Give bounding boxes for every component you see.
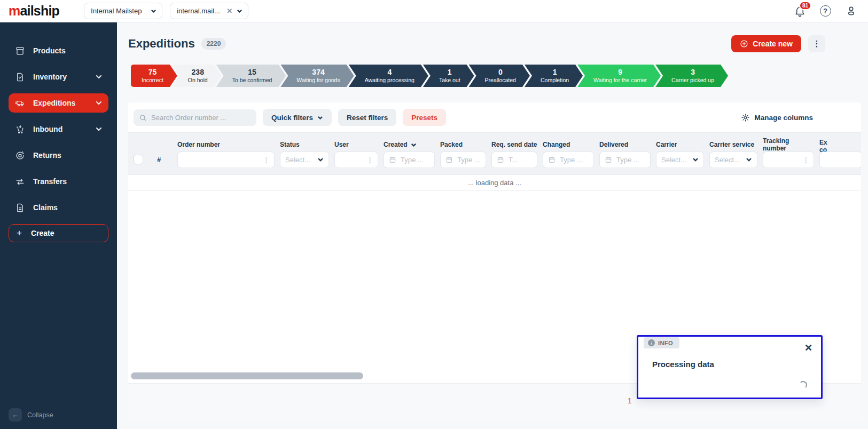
logo-prefix: m <box>9 3 20 18</box>
date-placeholder: Type ... <box>560 156 583 164</box>
pipeline-step-label: Carrier picked up <box>671 77 714 84</box>
order-number-filter-input[interactable] <box>182 156 261 164</box>
user-filter-input[interactable] <box>339 156 364 164</box>
column-label: Delivered <box>599 141 628 148</box>
pipeline-step-label: Completion <box>541 77 569 84</box>
column-select <box>134 138 152 174</box>
pipeline-step-count: 4 <box>387 68 392 77</box>
chevron-down-icon <box>317 115 323 121</box>
sidebar-item-label: Products <box>33 46 66 55</box>
sidebar-create-button[interactable]: + Create <box>9 224 108 242</box>
kebab-icon[interactable]: ⋮ <box>263 156 270 164</box>
presets-button[interactable]: Presets <box>403 109 446 126</box>
sidebar-item-products[interactable]: Products <box>9 41 108 60</box>
carrier-filter-select[interactable]: Select... <box>656 152 704 168</box>
req-send-date-filter-date[interactable]: T... <box>491 152 537 168</box>
sidebar-item-inventory[interactable]: Inventory <box>9 67 108 86</box>
pipeline-step-count: 15 <box>248 68 256 77</box>
collapse-label: Collapse <box>27 411 53 419</box>
delivered-filter-date[interactable]: Type ... <box>599 152 651 168</box>
status-pipeline: 75 Incorrect 238 On hold 15 To be confir… <box>131 65 728 87</box>
close-icon[interactable]: ✕ <box>804 342 812 354</box>
sidebar-item-expeditions[interactable]: Expeditions <box>9 93 108 113</box>
calendar-icon <box>445 156 453 163</box>
column-changed: Changed Type ... <box>543 138 594 174</box>
create-new-button[interactable]: Create new <box>731 35 801 52</box>
page-actions-menu-button[interactable]: ⋮ <box>808 35 825 52</box>
sidebar-item-returns[interactable]: Returns <box>9 146 108 165</box>
status-filter-select[interactable]: Select... <box>280 152 329 168</box>
pipeline-step-label: Preallocated <box>485 77 516 84</box>
ex-co-filter-input[interactable] <box>824 156 857 164</box>
pipeline-step[interactable]: 15 To be confirmed <box>216 65 286 87</box>
chevron-down-icon <box>317 156 324 163</box>
user-icon <box>845 5 857 17</box>
sidebar-item-transfers[interactable]: Transfers <box>9 172 108 191</box>
kebab-icon: ⋮ <box>813 39 821 49</box>
pipeline-step[interactable]: 238 On hold <box>172 65 222 87</box>
presets-label: Presets <box>411 114 437 122</box>
pipeline-step[interactable]: 0 Preallocated <box>469 65 530 87</box>
mailship-logo[interactable]: mailship <box>9 3 59 19</box>
tracking-number-filter: ⋮ <box>763 152 814 168</box>
carrier-service-filter-select[interactable]: Select... <box>709 152 757 168</box>
pipeline-step[interactable]: 1 Take out <box>423 65 474 87</box>
workspace-selector[interactable]: Internal Mailstep <box>84 3 162 19</box>
column-label: Created <box>384 141 408 148</box>
search-field <box>134 109 256 126</box>
info-icon: i <box>648 339 655 346</box>
pipeline-step[interactable]: 374 Waiting for goods <box>280 65 354 87</box>
pagination-current-page[interactable]: 1 <box>628 396 632 405</box>
chevron-down-icon <box>151 8 157 14</box>
column-delivered: Delivered Type ... <box>599 138 651 174</box>
pipeline-step[interactable]: 4 Awaiting processing <box>349 65 428 87</box>
clear-icon[interactable]: ✕ <box>226 7 232 15</box>
changed-filter-date[interactable]: Type ... <box>543 152 594 168</box>
pipeline-step-count: 0 <box>498 68 503 77</box>
truck-icon <box>15 98 25 108</box>
column-req-send-date: Req. send date T... <box>491 138 537 174</box>
help-button[interactable]: ? <box>818 4 833 19</box>
plus-circle-icon <box>740 39 748 48</box>
kebab-icon[interactable]: ⋮ <box>802 156 809 164</box>
create-button-label: Create <box>31 229 54 237</box>
user-menu-button[interactable] <box>843 4 858 19</box>
select-all-checkbox[interactable] <box>134 155 143 164</box>
calendar-icon <box>548 156 556 163</box>
pipeline-step-count: 75 <box>148 68 157 77</box>
column-packed: Packed Type ... <box>440 138 486 174</box>
packed-filter-date[interactable]: Type ... <box>440 152 486 168</box>
workspace-selector-value: Internal Mailstep <box>91 7 146 15</box>
spinner-icon <box>799 381 807 389</box>
account-selector[interactable]: internal.mail... ✕ <box>170 3 248 19</box>
notifications-button[interactable]: 81 <box>792 4 807 19</box>
help-icon: ? <box>820 5 831 17</box>
pipeline-step[interactable]: 3 Carrier picked up <box>655 65 728 87</box>
column-label: Packed <box>440 141 463 148</box>
sidebar-item-inbound[interactable]: Inbound <box>9 120 108 139</box>
created-filter-date[interactable]: Type ... <box>384 152 435 168</box>
pipeline-step-count: 1 <box>448 68 452 77</box>
sidebar-item-label: Returns <box>33 151 61 160</box>
sidebar-item-claims[interactable]: Claims <box>9 198 108 217</box>
loading-indicator: ... loading data ... <box>128 175 861 191</box>
pipeline-step[interactable]: 1 Completion <box>525 65 583 87</box>
pipeline-step[interactable]: 75 Incorrect <box>131 65 177 87</box>
pipeline-step-label: Incorrect <box>142 77 163 84</box>
inventory-check-icon <box>15 72 25 82</box>
kebab-icon[interactable]: ⋮ <box>366 156 373 164</box>
logo-rest: ailship <box>20 3 59 18</box>
pipeline-step[interactable]: 9 Waiting for the carrier <box>577 65 661 87</box>
column-carrier-service: Carrier service Select... <box>709 138 757 174</box>
quick-filters-button[interactable]: Quick filters <box>263 109 332 126</box>
tracking-number-filter-input[interactable] <box>768 156 800 164</box>
user-filter: ⋮ <box>334 152 378 168</box>
reset-filters-button[interactable]: Reset filters <box>338 109 396 126</box>
manage-columns-button[interactable]: Manage columns <box>741 113 813 122</box>
pipeline-step-count: 9 <box>618 68 622 77</box>
collapse-sidebar-button[interactable]: ← Collapse <box>9 408 53 422</box>
horizontal-scrollbar-thumb[interactable] <box>131 372 363 379</box>
search-input[interactable] <box>151 114 251 122</box>
calendar-icon <box>605 156 612 163</box>
row-number-header: # <box>157 156 161 164</box>
